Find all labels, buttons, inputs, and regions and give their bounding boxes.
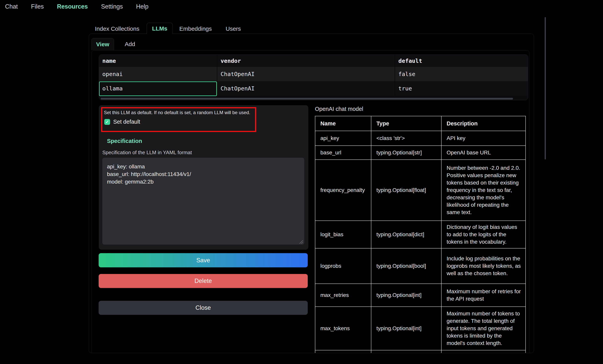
specification-caption: Specification of the LLM in YAML format [102, 149, 192, 156]
param-name: api_key [315, 131, 371, 146]
param-row-base-url: base_url typing.Optional[str] OpenAI bas… [315, 146, 526, 160]
llm-col-vendor: vendor [217, 55, 395, 67]
set-default-checkbox[interactable]: ✓ [104, 119, 110, 125]
params-col-description: Description [441, 116, 526, 131]
tab-index-collections[interactable]: Index Collections [95, 25, 139, 32]
llm-col-default: default [395, 55, 528, 67]
close-button[interactable]: Close [99, 301, 308, 315]
default-hint-text: Set this LLM as default. If no default i… [104, 110, 255, 115]
llm-cell-default[interactable]: true [395, 81, 528, 96]
param-type: <class 'str'> [371, 131, 441, 146]
tab-embeddings[interactable]: Embeddings [179, 25, 212, 32]
param-description: Dictionary of logit bias values to add t… [441, 221, 526, 248]
param-type: typing.Optional[bool] [371, 248, 441, 284]
llm-col-name: name [99, 55, 217, 67]
llm-cell-vendor[interactable]: ChatOpenAI [217, 81, 395, 96]
param-description: Include log probabilities on the logprob… [441, 248, 526, 284]
llm-cell-name[interactable]: openai [99, 67, 217, 81]
param-type: typing.Optional[dict] [371, 221, 441, 248]
tab-users[interactable]: Users [226, 25, 241, 32]
vertical-scrollbar-thumb[interactable] [545, 17, 546, 159]
param-row-logit-bias: logit_bias typing.Optional[dict] Diction… [315, 221, 526, 248]
param-type: typing.Optional[float] [371, 160, 441, 221]
nav-item-chat[interactable]: Chat [5, 3, 18, 10]
param-row-frequency-penalty: frequency_penalty typing.Optional[float]… [315, 160, 526, 221]
delete-button[interactable]: Delete [99, 274, 308, 288]
llms-panel: View Add name vendor default openai Chat… [89, 34, 534, 353]
param-description: Number between -2.0 and 2.0. Positive va… [441, 160, 526, 221]
param-type: typing.Optional[int] [371, 284, 441, 307]
nav-item-resources[interactable]: Resources [57, 3, 88, 10]
set-default-checkbox-row[interactable]: ✓ Set default [104, 119, 255, 125]
param-name: base_url [315, 146, 371, 160]
llm-table-header-row: name vendor default [99, 55, 528, 67]
param-description: Maximum number of tokens to generate. Th… [441, 307, 526, 350]
param-description: Maximum number of retries for the API re… [441, 284, 526, 307]
top-nav: Chat Files Resources Settings Help [5, 3, 148, 10]
llm-row-openai[interactable]: openai ChatOpenAI false [99, 67, 528, 81]
llm-cell-vendor[interactable]: ChatOpenAI [217, 67, 395, 81]
nav-item-settings[interactable]: Settings [101, 3, 123, 10]
save-button[interactable]: Save [99, 253, 308, 267]
tab-llms-label: LLMs [152, 25, 167, 32]
nav-item-help[interactable]: Help [136, 3, 148, 10]
subtab-view-label: View [96, 41, 109, 48]
nav-item-files[interactable]: Files [31, 3, 44, 10]
params-col-name: Name [315, 116, 371, 131]
param-name: max_retries [315, 284, 371, 307]
model-panel-title: OpenAI chat model [315, 106, 363, 112]
resize-handle-icon[interactable] [299, 239, 303, 244]
subtab-view[interactable]: View [92, 38, 114, 50]
llm-cell-name[interactable]: ollama [99, 81, 217, 96]
llm-list-table: name vendor default openai ChatOpenAI fa… [99, 55, 528, 100]
subtab-add[interactable]: Add [117, 38, 143, 50]
annotation-highlight-box: Set this LLM as default. If no default i… [101, 107, 256, 132]
llm-row-ollama[interactable]: ollama ChatOpenAI true [99, 81, 528, 96]
model-params-table: Name Type Description api_key <class 'st… [315, 116, 526, 353]
llm-cell-default[interactable]: false [395, 67, 528, 81]
params-header-row: Name Type Description [315, 116, 526, 131]
param-type: typing.Optional[str] [371, 146, 441, 160]
param-row-max-tokens: max_tokens typing.Optional[int] Maximum … [315, 307, 526, 350]
param-description: OpenAI base URL [441, 146, 526, 160]
llm-detail-card: Set this LLM as default. If no default i… [99, 105, 308, 250]
param-description: API key [441, 131, 526, 146]
yaml-spec-input[interactable]: api_key: ollama base_url: http://localho… [102, 158, 304, 245]
param-type: typing.Optional[int] [371, 307, 441, 350]
params-col-type: Type [371, 116, 441, 131]
horizontal-scrollbar-thumb[interactable] [101, 98, 513, 100]
set-default-label: Set default [113, 119, 140, 125]
view-tab-content: name vendor default openai ChatOpenAI fa… [92, 50, 529, 353]
param-row-max-retries: max_retries typing.Optional[int] Maximum… [315, 284, 526, 307]
param-name: logit_bias [315, 221, 371, 248]
check-icon: ✓ [105, 120, 109, 124]
specification-heading: Specification [107, 138, 142, 144]
param-name: frequency_penalty [315, 160, 371, 221]
param-row-logprobs: logprobs typing.Optional[bool] Include l… [315, 248, 526, 284]
param-name: logprobs [315, 248, 371, 284]
param-row-api-key: api_key <class 'str'> API key [315, 131, 526, 146]
param-row-clipped [315, 350, 526, 353]
app-root: Chat Files Resources Settings Help Index… [0, 0, 603, 364]
tab-llms[interactable]: LLMs [147, 23, 173, 34]
param-name: max_tokens [315, 307, 371, 350]
